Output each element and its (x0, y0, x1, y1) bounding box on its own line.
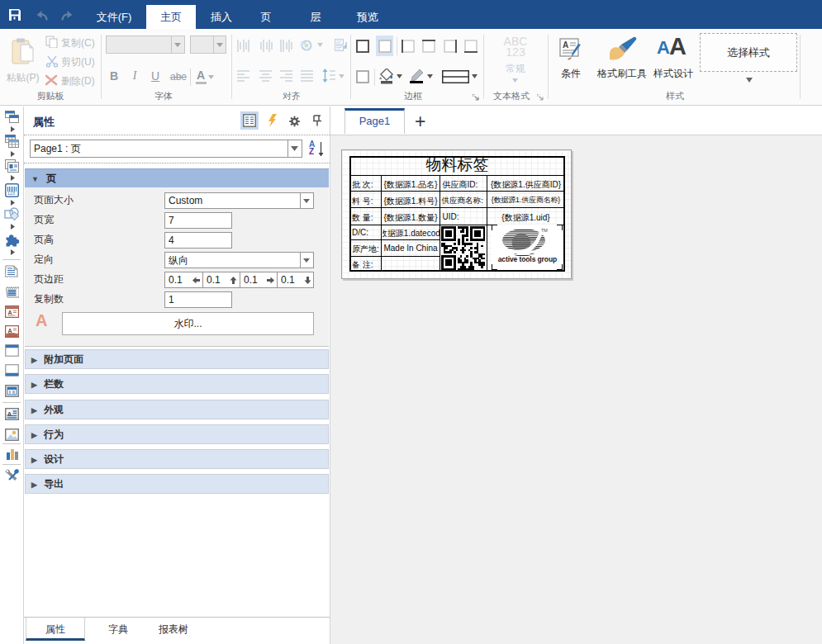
svg-text:A: A (8, 310, 12, 315)
svg-text:TM: TM (541, 228, 548, 233)
svg-text:123: 123 (7, 191, 15, 196)
svg-text:A: A (563, 40, 568, 50)
svg-text:A: A (8, 328, 12, 334)
